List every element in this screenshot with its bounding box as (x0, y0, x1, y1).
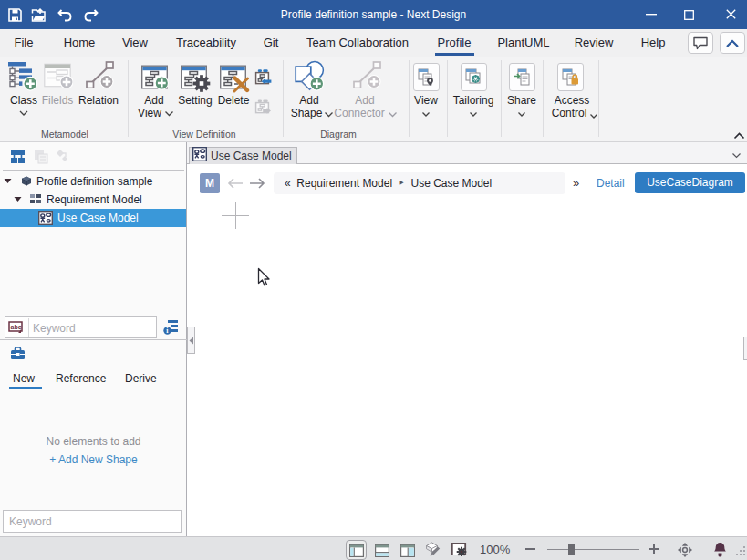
svg-text:abc: abc (11, 324, 22, 330)
